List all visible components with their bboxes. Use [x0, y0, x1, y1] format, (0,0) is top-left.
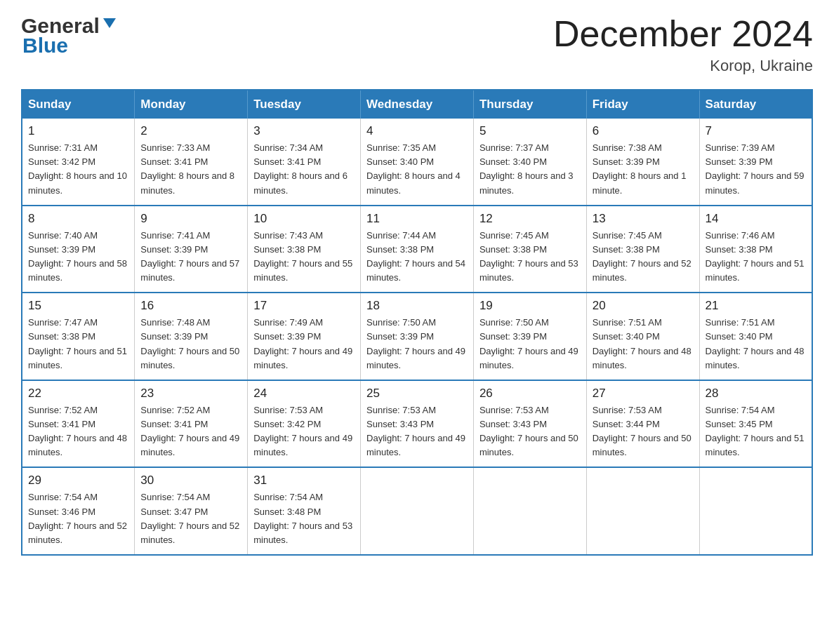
- weekday-header-sunday: Sunday: [22, 90, 135, 119]
- day-number: 19: [479, 299, 581, 313]
- svg-marker-0: [103, 18, 116, 28]
- day-info: Sunrise: 7:53 AMSunset: 3:43 PMDaylight:…: [366, 403, 468, 460]
- title-area: December 2024 Korop, Ukraine: [553, 14, 813, 75]
- calendar-cell: 2Sunrise: 7:33 AMSunset: 3:41 PMDaylight…: [135, 119, 248, 206]
- day-info: Sunrise: 7:52 AMSunset: 3:41 PMDaylight:…: [140, 403, 241, 460]
- calendar-cell: [361, 467, 474, 555]
- weekday-header-thursday: Thursday: [473, 90, 586, 119]
- logo-text-blue: Blue: [21, 34, 117, 58]
- day-info: Sunrise: 7:48 AMSunset: 3:39 PMDaylight:…: [140, 316, 241, 373]
- calendar-cell: 1Sunrise: 7:31 AMSunset: 3:42 PMDaylight…: [22, 119, 135, 206]
- day-info: Sunrise: 7:51 AMSunset: 3:40 PMDaylight:…: [593, 316, 694, 373]
- day-number: 5: [479, 124, 581, 138]
- calendar-cell: 3Sunrise: 7:34 AMSunset: 3:41 PMDaylight…: [248, 119, 361, 206]
- calendar-cell: 22Sunrise: 7:52 AMSunset: 3:41 PMDayligh…: [22, 380, 135, 468]
- day-info: Sunrise: 7:45 AMSunset: 3:38 PMDaylight:…: [593, 229, 694, 286]
- day-number: 16: [140, 299, 241, 313]
- day-info: Sunrise: 7:31 AMSunset: 3:42 PMDaylight:…: [28, 141, 128, 198]
- day-info: Sunrise: 7:54 AMSunset: 3:48 PMDaylight:…: [253, 490, 355, 547]
- day-number: 17: [253, 299, 355, 313]
- calendar-cell: 11Sunrise: 7:44 AMSunset: 3:38 PMDayligh…: [361, 206, 474, 293]
- day-info: Sunrise: 7:34 AMSunset: 3:41 PMDaylight:…: [253, 141, 355, 198]
- day-number: 15: [28, 299, 128, 313]
- calendar-cell: 17Sunrise: 7:49 AMSunset: 3:39 PMDayligh…: [248, 293, 361, 380]
- day-number: 8: [28, 212, 128, 226]
- calendar-cell: [586, 467, 699, 555]
- day-number: 2: [140, 124, 241, 138]
- calendar-cell: 14Sunrise: 7:46 AMSunset: 3:38 PMDayligh…: [699, 206, 812, 293]
- calendar-cell: 8Sunrise: 7:40 AMSunset: 3:39 PMDaylight…: [22, 206, 135, 293]
- day-number: 6: [593, 124, 694, 138]
- calendar-cell: 24Sunrise: 7:53 AMSunset: 3:42 PMDayligh…: [248, 380, 361, 468]
- day-info: Sunrise: 7:50 AMSunset: 3:39 PMDaylight:…: [479, 316, 581, 373]
- calendar-cell: 10Sunrise: 7:43 AMSunset: 3:38 PMDayligh…: [248, 206, 361, 293]
- day-number: 25: [366, 387, 468, 401]
- day-number: 1: [28, 124, 128, 138]
- calendar-cell: 7Sunrise: 7:39 AMSunset: 3:39 PMDaylight…: [699, 119, 812, 206]
- calendar-cell: [699, 467, 812, 555]
- calendar-week-row: 29Sunrise: 7:54 AMSunset: 3:46 PMDayligh…: [22, 467, 812, 555]
- day-number: 9: [140, 212, 241, 226]
- calendar-table: SundayMondayTuesdayWednesdayThursdayFrid…: [21, 89, 813, 556]
- day-number: 7: [706, 124, 806, 138]
- calendar-cell: 20Sunrise: 7:51 AMSunset: 3:40 PMDayligh…: [586, 293, 699, 380]
- day-info: Sunrise: 7:53 AMSunset: 3:44 PMDaylight:…: [593, 403, 694, 460]
- calendar-cell: 26Sunrise: 7:53 AMSunset: 3:43 PMDayligh…: [473, 380, 586, 468]
- calendar-cell: [473, 467, 586, 555]
- day-number: 4: [366, 124, 468, 138]
- day-info: Sunrise: 7:38 AMSunset: 3:39 PMDaylight:…: [593, 141, 694, 198]
- day-info: Sunrise: 7:52 AMSunset: 3:41 PMDaylight:…: [28, 403, 128, 460]
- logo-arrow-icon: [102, 15, 117, 34]
- day-number: 22: [28, 387, 128, 401]
- weekday-header-monday: Monday: [135, 90, 248, 119]
- calendar-cell: 9Sunrise: 7:41 AMSunset: 3:39 PMDaylight…: [135, 206, 248, 293]
- calendar-cell: 28Sunrise: 7:54 AMSunset: 3:45 PMDayligh…: [699, 380, 812, 468]
- weekday-header-tuesday: Tuesday: [248, 90, 361, 119]
- day-number: 11: [366, 212, 468, 226]
- day-info: Sunrise: 7:54 AMSunset: 3:47 PMDaylight:…: [140, 490, 241, 547]
- day-info: Sunrise: 7:33 AMSunset: 3:41 PMDaylight:…: [140, 141, 241, 198]
- calendar-cell: 6Sunrise: 7:38 AMSunset: 3:39 PMDaylight…: [586, 119, 699, 206]
- day-number: 28: [706, 387, 806, 401]
- calendar-cell: 5Sunrise: 7:37 AMSunset: 3:40 PMDaylight…: [473, 119, 586, 206]
- logo-icon: General Blue: [21, 14, 117, 58]
- day-info: Sunrise: 7:53 AMSunset: 3:43 PMDaylight:…: [479, 403, 581, 460]
- calendar-cell: 13Sunrise: 7:45 AMSunset: 3:38 PMDayligh…: [586, 206, 699, 293]
- day-info: Sunrise: 7:40 AMSunset: 3:39 PMDaylight:…: [28, 229, 128, 286]
- day-info: Sunrise: 7:37 AMSunset: 3:40 PMDaylight:…: [479, 141, 581, 198]
- day-info: Sunrise: 7:44 AMSunset: 3:38 PMDaylight:…: [366, 229, 468, 286]
- calendar-cell: 18Sunrise: 7:50 AMSunset: 3:39 PMDayligh…: [361, 293, 474, 380]
- calendar-cell: 27Sunrise: 7:53 AMSunset: 3:44 PMDayligh…: [586, 380, 699, 468]
- calendar-cell: 23Sunrise: 7:52 AMSunset: 3:41 PMDayligh…: [135, 380, 248, 468]
- page-header: General Blue December 2024 Korop, Ukrain…: [21, 14, 813, 75]
- calendar-cell: 16Sunrise: 7:48 AMSunset: 3:39 PMDayligh…: [135, 293, 248, 380]
- day-number: 10: [253, 212, 355, 226]
- day-info: Sunrise: 7:35 AMSunset: 3:40 PMDaylight:…: [366, 141, 468, 198]
- calendar-week-row: 1Sunrise: 7:31 AMSunset: 3:42 PMDaylight…: [22, 119, 812, 206]
- day-info: Sunrise: 7:51 AMSunset: 3:40 PMDaylight:…: [706, 316, 806, 373]
- day-number: 29: [28, 474, 128, 488]
- month-title: December 2024: [553, 14, 813, 54]
- day-number: 26: [479, 387, 581, 401]
- day-info: Sunrise: 7:39 AMSunset: 3:39 PMDaylight:…: [706, 141, 806, 198]
- day-number: 30: [140, 474, 241, 488]
- calendar-cell: 31Sunrise: 7:54 AMSunset: 3:48 PMDayligh…: [248, 467, 361, 555]
- day-info: Sunrise: 7:43 AMSunset: 3:38 PMDaylight:…: [253, 229, 355, 286]
- day-number: 14: [706, 212, 806, 226]
- calendar-week-row: 22Sunrise: 7:52 AMSunset: 3:41 PMDayligh…: [22, 380, 812, 468]
- day-number: 31: [253, 474, 355, 488]
- day-info: Sunrise: 7:41 AMSunset: 3:39 PMDaylight:…: [140, 229, 241, 286]
- calendar-cell: 4Sunrise: 7:35 AMSunset: 3:40 PMDaylight…: [361, 119, 474, 206]
- day-info: Sunrise: 7:54 AMSunset: 3:45 PMDaylight:…: [706, 403, 806, 460]
- location-subtitle: Korop, Ukraine: [553, 57, 813, 75]
- day-number: 21: [706, 299, 806, 313]
- calendar-cell: 15Sunrise: 7:47 AMSunset: 3:38 PMDayligh…: [22, 293, 135, 380]
- weekday-header-friday: Friday: [586, 90, 699, 119]
- day-number: 18: [366, 299, 468, 313]
- calendar-cell: 25Sunrise: 7:53 AMSunset: 3:43 PMDayligh…: [361, 380, 474, 468]
- day-info: Sunrise: 7:54 AMSunset: 3:46 PMDaylight:…: [28, 490, 128, 547]
- day-info: Sunrise: 7:47 AMSunset: 3:38 PMDaylight:…: [28, 316, 128, 373]
- day-info: Sunrise: 7:49 AMSunset: 3:39 PMDaylight:…: [253, 316, 355, 373]
- calendar-week-row: 15Sunrise: 7:47 AMSunset: 3:38 PMDayligh…: [22, 293, 812, 380]
- calendar-header-row: SundayMondayTuesdayWednesdayThursdayFrid…: [22, 90, 812, 119]
